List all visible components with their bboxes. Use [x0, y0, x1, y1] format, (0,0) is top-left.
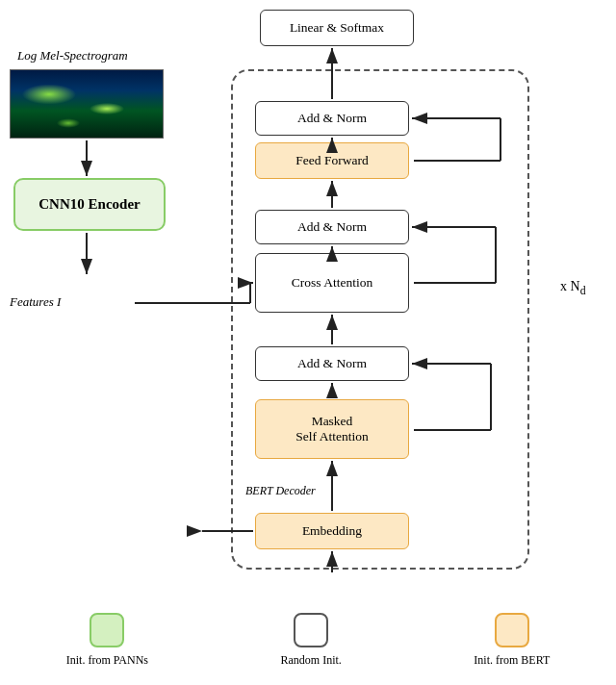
legend-random-label: Random Init. — [280, 653, 341, 668]
linear-softmax-label: Linear & Softmax — [290, 20, 384, 36]
mel-spectrogram-label: Log Mel-Spectrogram — [17, 48, 128, 63]
legend-box-orange — [495, 613, 529, 647]
addnorm3-label: Add & Norm — [297, 356, 367, 371]
feedforward-box: Feed Forward — [255, 142, 409, 179]
legend: Init. from PANNs Random Init. Init. from… — [0, 613, 616, 668]
legend-item-panns: Init. from PANNs — [66, 613, 148, 668]
cnn-encoder-label: CNN10 Encoder — [38, 196, 140, 213]
features-label: Features I — [10, 294, 61, 310]
addnorm1-box: Add & Norm — [255, 101, 409, 136]
legend-box-green — [90, 613, 124, 647]
addnorm2-box: Add & Norm — [255, 210, 409, 244]
linear-softmax-box: Linear & Softmax — [260, 10, 414, 46]
masked-self-attention-label: MaskedSelf Attention — [295, 414, 368, 444]
addnorm2-label: Add & Norm — [297, 219, 367, 235]
legend-item-random: Random Init. — [280, 613, 341, 668]
feedforward-label: Feed Forward — [295, 153, 368, 168]
cross-attention-label: Cross Attention — [292, 275, 372, 291]
cnn-encoder-box: CNN10 Encoder — [13, 178, 166, 231]
legend-box-white — [294, 613, 328, 647]
addnorm1-label: Add & Norm — [297, 111, 367, 126]
repeat-label: x Nd — [560, 279, 585, 297]
embedding-box: Embedding — [255, 513, 409, 549]
addnorm3-box: Add & Norm — [255, 346, 409, 381]
legend-panns-label: Init. from PANNs — [66, 653, 148, 668]
bert-decoder-label: BERT Decoder — [245, 484, 316, 498]
masked-self-attention-box: MaskedSelf Attention — [255, 399, 409, 459]
spectrogram-image — [10, 69, 164, 139]
legend-item-bert: Init. from BERT — [474, 613, 550, 668]
embedding-label: Embedding — [302, 523, 362, 539]
cross-attention-box: Cross Attention — [255, 253, 409, 313]
diagram-container: Log Mel-Spectrogram CNN10 Encoder Featur… — [0, 0, 616, 685]
legend-bert-label: Init. from BERT — [474, 653, 550, 668]
